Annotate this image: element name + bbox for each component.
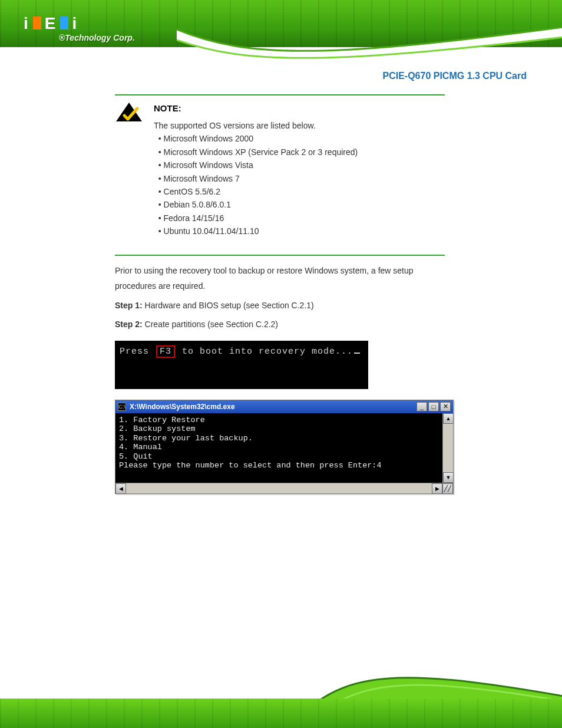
maximize-button[interactable]: □ xyxy=(428,402,439,411)
scroll-v-track[interactable] xyxy=(443,424,453,472)
cmd-title-text: X:\Windows\System32\cmd.exe xyxy=(130,403,413,411)
logo-block-blue xyxy=(60,17,68,29)
minimize-button[interactable]: _ xyxy=(416,402,427,411)
resize-grip[interactable]: ╱╱ xyxy=(442,483,453,494)
top-swoosh xyxy=(177,24,562,65)
cmd-window: C:\ X:\Windows\System32\cmd.exe _ □ ✕ 1.… xyxy=(115,400,454,494)
scroll-right-button[interactable]: ▶ xyxy=(432,483,442,494)
divider-top xyxy=(115,94,445,95)
top-banner: i E i ®Technology Corp. xyxy=(0,0,562,66)
bottom-banner xyxy=(0,663,562,728)
product-title: PCIE-Q670 PICMG 1.3 CPU Card xyxy=(382,71,527,81)
brand-tagline: ®Technology Corp. xyxy=(59,33,135,42)
intro-paragraph: Prior to using the recovery tool to back… xyxy=(115,263,445,294)
step-1-label: Step 1: xyxy=(115,301,143,310)
divider-bottom xyxy=(115,255,445,256)
cmd-body: 1. Factory Restore 2. Backup system 3. R… xyxy=(115,413,453,483)
step-2: Step 2: Create partitions (see Section C… xyxy=(115,317,445,332)
scroll-left-button[interactable]: ◀ xyxy=(115,483,126,494)
note-icon xyxy=(115,101,143,123)
step-2-text: Create partitions (see Section C.2.2) xyxy=(145,319,278,329)
main-content: NOTE: The supported OS versions are list… xyxy=(115,94,445,494)
logo-block-orange xyxy=(33,17,41,29)
step-2-label: Step 2: xyxy=(115,319,143,329)
note-block: NOTE: The supported OS versions are list… xyxy=(115,101,445,238)
scroll-up-button[interactable]: ▲ xyxy=(443,413,454,424)
cmd-line-2: 2. Backup system xyxy=(119,424,449,434)
cmd-vertical-scrollbar[interactable]: ▲ ▼ xyxy=(442,413,453,483)
boot-cursor xyxy=(354,353,360,354)
bottom-banner-bg xyxy=(0,699,562,728)
cmd-body-wrap: 1. Factory Restore 2. Backup system 3. R… xyxy=(115,413,453,483)
scroll-down-button[interactable]: ▼ xyxy=(443,472,454,483)
cmd-title-buttons: _ □ ✕ xyxy=(416,402,451,411)
cmd-title-icon: C:\ xyxy=(118,403,126,411)
scroll-h-track[interactable] xyxy=(126,483,432,493)
cmd-line-5: 5. Quit xyxy=(119,452,449,462)
step-1-text: Hardware and BIOS setup (see Section C.2… xyxy=(145,301,314,310)
note-title: NOTE: xyxy=(154,101,445,116)
step-1: Step 1: Hardware and BIOS setup (see Sec… xyxy=(115,298,445,314)
close-button[interactable]: ✕ xyxy=(440,402,451,411)
brand-logo: i E i xyxy=(24,14,78,33)
brand-logo-text: i E i xyxy=(24,14,78,33)
cmd-titlebar[interactable]: C:\ X:\Windows\System32\cmd.exe _ □ ✕ xyxy=(115,400,453,413)
boot-post: to boot into recovery mode... xyxy=(176,347,353,357)
cmd-line-6: Please type the number to select and the… xyxy=(119,461,449,470)
cmd-line-1: 1. Factory Restore xyxy=(119,416,449,425)
boot-screenshot-text: Press F3 to boot into recovery mode... xyxy=(120,345,360,358)
cmd-line-3: 3. Restore your last backup. xyxy=(119,434,449,443)
boot-key-highlight: F3 xyxy=(156,345,175,358)
note-text: NOTE: The supported OS versions are list… xyxy=(154,101,445,238)
boot-pre: Press xyxy=(120,347,155,357)
cmd-line-4: 4. Manual xyxy=(119,443,449,452)
note-body: The supported OS versions are listed bel… xyxy=(154,119,445,238)
boot-screenshot: Press F3 to boot into recovery mode... xyxy=(115,341,368,389)
cmd-horizontal-scrollbar[interactable]: ◀ ▶ ╱╱ xyxy=(115,483,453,493)
